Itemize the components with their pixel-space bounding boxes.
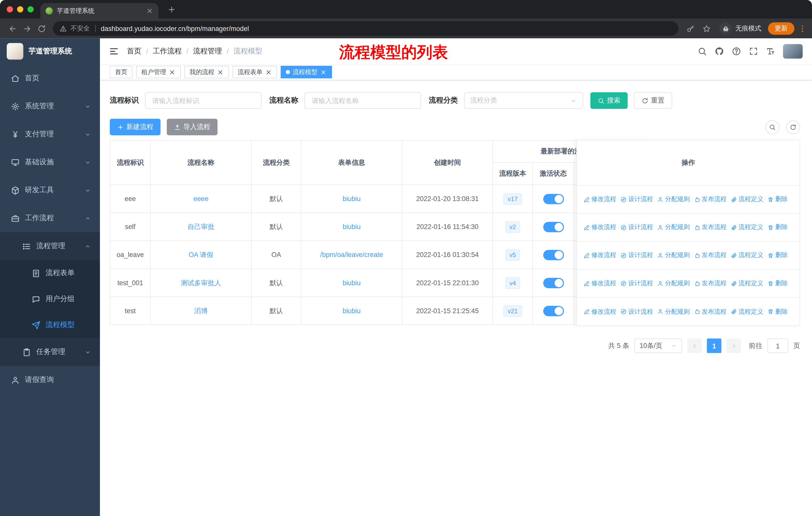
- prev-page-button[interactable]: [687, 338, 702, 353]
- refresh-table-button[interactable]: [786, 120, 800, 134]
- active-toggle[interactable]: [543, 278, 563, 288]
- fullscreen-icon[interactable]: [749, 47, 758, 56]
- goto-page-input[interactable]: [767, 338, 788, 353]
- zoom-window-button[interactable]: [27, 6, 34, 12]
- design-action-link[interactable]: 设计流程: [620, 251, 653, 260]
- user-avatar[interactable]: [783, 44, 803, 59]
- process-name-link[interactable]: OA 请假: [188, 251, 213, 259]
- sidebar-item-process-management[interactable]: 流程管理: [0, 232, 100, 260]
- tag-tenant-management[interactable]: 租户管理: [136, 66, 181, 78]
- app-logo[interactable]: 芋道管理系统: [0, 38, 100, 64]
- active-toggle[interactable]: [543, 222, 563, 232]
- create-process-button[interactable]: 新建流程: [110, 119, 161, 135]
- definition-action-link[interactable]: 流程定义: [731, 223, 763, 232]
- delete-action-link[interactable]: 删除: [767, 307, 788, 316]
- close-icon[interactable]: [169, 69, 176, 76]
- modify-action-link[interactable]: 修改流程: [584, 307, 616, 316]
- form-info-link[interactable]: biubiu: [343, 195, 360, 203]
- design-action-link[interactable]: 设计流程: [620, 307, 653, 316]
- definition-action-link[interactable]: 流程定义: [731, 307, 763, 316]
- password-manager-icon[interactable]: [686, 24, 695, 33]
- breadcrumb-item[interactable]: 首页: [127, 47, 141, 56]
- update-button[interactable]: 更新: [768, 22, 794, 34]
- sidebar-item-infrastructure[interactable]: 基础设施: [0, 148, 100, 176]
- breadcrumb-item[interactable]: 工作流程: [153, 47, 182, 56]
- delete-action-link[interactable]: 删除: [767, 251, 788, 260]
- publish-action-link[interactable]: 发布流程: [694, 195, 727, 204]
- sidebar-toggle-icon[interactable]: [109, 46, 119, 56]
- form-info-link[interactable]: biubiu: [343, 223, 360, 231]
- sidebar-item-payment-management[interactable]: 支付管理: [0, 120, 100, 148]
- sidebar-item-task-management[interactable]: 任务管理: [0, 338, 100, 366]
- bookmark-star-icon[interactable]: [702, 24, 711, 33]
- next-page-button[interactable]: [727, 338, 741, 353]
- new-tab-button[interactable]: [167, 5, 176, 14]
- reset-button[interactable]: 重置: [634, 92, 672, 109]
- design-action-link[interactable]: 设计流程: [620, 195, 653, 204]
- font-size-icon[interactable]: [766, 47, 775, 56]
- breadcrumb-item[interactable]: 流程管理: [193, 47, 222, 56]
- sidebar-item-leave-query[interactable]: 请假查询: [0, 366, 100, 394]
- close-icon[interactable]: [320, 69, 327, 76]
- modify-action-link[interactable]: 修改流程: [584, 279, 616, 288]
- docs-help-icon[interactable]: [732, 47, 741, 56]
- page-size-select[interactable]: 10条/页: [634, 338, 682, 353]
- tab-close-icon[interactable]: [146, 7, 153, 15]
- minimize-window-button[interactable]: [17, 6, 23, 12]
- assign-rule-action-link[interactable]: 分配规则: [657, 307, 690, 316]
- publish-action-link[interactable]: 发布流程: [694, 279, 727, 288]
- forward-button[interactable]: [20, 21, 34, 36]
- sidebar-item-home[interactable]: 首页: [0, 64, 100, 92]
- github-icon[interactable]: [715, 47, 724, 56]
- tag-my-process[interactable]: 我的流程: [184, 66, 229, 78]
- process-name-link[interactable]: eeee: [194, 195, 209, 203]
- tag-process-model[interactable]: 流程模型: [281, 66, 332, 78]
- header-search-icon[interactable]: [697, 47, 707, 56]
- form-info-link[interactable]: biubiu: [343, 307, 360, 315]
- address-bar[interactable]: 不安全 dashboard.yudao.iocoder.cn/bpm/manag…: [53, 21, 678, 36]
- definition-action-link[interactable]: 流程定义: [731, 251, 763, 260]
- current-page-button[interactable]: 1: [707, 338, 721, 353]
- close-icon[interactable]: [217, 69, 224, 76]
- definition-action-link[interactable]: 流程定义: [731, 195, 763, 204]
- delete-action-link[interactable]: 删除: [767, 279, 788, 288]
- publish-action-link[interactable]: 发布流程: [694, 307, 727, 316]
- close-icon[interactable]: [265, 69, 272, 76]
- sidebar-item-process-form[interactable]: 流程表单: [0, 260, 100, 286]
- modify-action-link[interactable]: 修改流程: [584, 195, 616, 204]
- active-toggle[interactable]: [543, 193, 563, 204]
- design-action-link[interactable]: 设计流程: [620, 279, 653, 288]
- modify-action-link[interactable]: 修改流程: [584, 223, 616, 232]
- publish-action-link[interactable]: 发布流程: [694, 223, 727, 232]
- search-button[interactable]: 搜索: [590, 92, 628, 109]
- filter-id-input[interactable]: [145, 92, 262, 109]
- definition-action-link[interactable]: 流程定义: [731, 279, 763, 288]
- process-name-link[interactable]: 测试多审批人: [181, 279, 221, 287]
- assign-rule-action-link[interactable]: 分配规则: [657, 195, 690, 204]
- assign-rule-action-link[interactable]: 分配规则: [657, 223, 690, 232]
- sidebar-item-workflow[interactable]: 工作流程: [0, 204, 100, 232]
- tag-process-form[interactable]: 流程表单: [233, 66, 277, 78]
- assign-rule-action-link[interactable]: 分配规则: [657, 251, 690, 260]
- sidebar-item-dev-tools[interactable]: 研发工具: [0, 176, 100, 204]
- tag-home[interactable]: 首页: [110, 66, 133, 78]
- form-info-link[interactable]: /bpm/oa/leave/create: [320, 251, 383, 259]
- process-name-link[interactable]: 滔博: [194, 307, 208, 315]
- sidebar-item-user-group[interactable]: 用户分组: [0, 286, 100, 312]
- import-process-button[interactable]: 导入流程: [167, 119, 218, 135]
- delete-action-link[interactable]: 删除: [767, 223, 788, 232]
- close-window-button[interactable]: [7, 6, 13, 12]
- publish-action-link[interactable]: 发布流程: [694, 251, 727, 260]
- sidebar-item-process-model[interactable]: 流程模型: [0, 312, 100, 338]
- toggle-search-button[interactable]: [765, 120, 780, 134]
- process-name-link[interactable]: 自己审批: [187, 223, 214, 230]
- filter-category-select[interactable]: 流程分类: [464, 92, 583, 109]
- form-info-link[interactable]: biubiu: [343, 279, 360, 287]
- browser-tab[interactable]: 芋道管理系统: [40, 3, 158, 19]
- browser-menu-icon[interactable]: [798, 24, 807, 33]
- active-toggle[interactable]: [543, 250, 563, 260]
- assign-rule-action-link[interactable]: 分配规则: [657, 279, 690, 288]
- active-toggle[interactable]: [543, 306, 563, 316]
- sidebar-item-system-management[interactable]: 系统管理: [0, 92, 100, 120]
- delete-action-link[interactable]: 删除: [767, 195, 788, 204]
